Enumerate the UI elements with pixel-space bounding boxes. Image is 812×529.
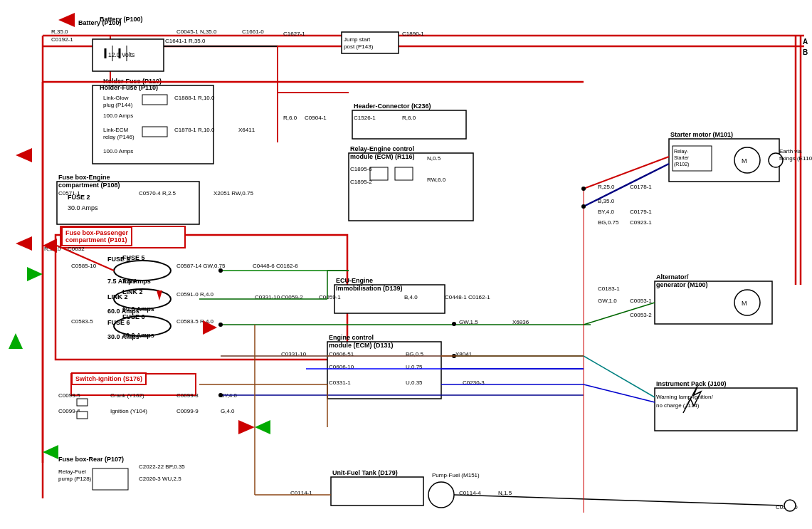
svg-text:Link-Glow: Link-Glow	[103, 95, 129, 101]
fuse-box-passenger-label: Fuse box-Passengercompartment (P101)	[61, 226, 132, 246]
svg-text:N,0.5: N,0.5	[427, 155, 441, 162]
svg-text:BY,4.0: BY,4.0	[598, 209, 615, 215]
svg-text:B: B	[803, 48, 808, 56]
svg-rect-29	[142, 95, 167, 105]
svg-text:Crank (Y162): Crank (Y162)	[110, 392, 144, 399]
svg-text:C1627-1: C1627-1	[283, 31, 305, 37]
svg-text:X6411: X6411	[238, 127, 255, 133]
svg-rect-152	[331, 477, 423, 506]
svg-text:Engine control: Engine control	[329, 334, 374, 341]
svg-text:G,4.0: G,4.0	[221, 408, 235, 414]
svg-text:B,4.0: B,4.0	[404, 294, 418, 300]
svg-text:Link-ECM: Link-ECM	[103, 127, 128, 133]
svg-text:Warning lamp-Ignition/: Warning lamp-Ignition/	[656, 394, 714, 400]
svg-text:C0448-1 C0162-1: C0448-1 C0162-1	[445, 294, 490, 300]
svg-text:compartment (P108): compartment (P108)	[58, 182, 120, 189]
svg-text:C1661-0: C1661-0	[242, 28, 264, 35]
svg-rect-135	[327, 342, 441, 399]
svg-text:C2022-22  BP,0.35: C2022-22 BP,0.35	[139, 463, 185, 470]
svg-text:C0591-0  R,4.0: C0591-0 R,4.0	[176, 291, 214, 298]
svg-text:Relay-Engine control: Relay-Engine control	[350, 145, 414, 152]
switch-ignition-label: Switch-Ignition (S176)	[71, 372, 147, 385]
svg-point-160	[784, 500, 796, 511]
svg-text:Ignition (Y104): Ignition (Y104)	[110, 408, 147, 414]
svg-text:N,1.5: N,1.5	[498, 490, 512, 496]
svg-text:C0331-1: C0331-1	[329, 379, 351, 386]
svg-text:Fuse box-Engine: Fuse box-Engine	[58, 174, 110, 181]
svg-text:post (P143): post (P143)	[344, 43, 374, 50]
svg-text:C2020-3  WU,2.5: C2020-3 WU,2.5	[139, 476, 181, 482]
svg-point-191	[581, 187, 586, 191]
svg-text:C1895-2: C1895-2	[350, 179, 372, 185]
svg-text:A: A	[803, 38, 808, 46]
svg-text:Header-Connector (K236): Header-Connector (K236)	[354, 103, 431, 110]
svg-text:module (ECM) (D131): module (ECM) (D131)	[329, 342, 394, 349]
svg-text:C0183-1: C0183-1	[598, 286, 620, 292]
svg-text:Earth via: Earth via	[779, 148, 802, 154]
svg-text:U,0.35: U,0.35	[406, 379, 423, 386]
svg-point-192	[581, 204, 586, 209]
svg-text:C1526-1: C1526-1	[354, 115, 376, 121]
svg-text:Relay-: Relay-	[674, 149, 689, 154]
svg-text:M: M	[742, 157, 747, 164]
svg-text:C1641-1  R,35.0: C1641-1 R,35.0	[165, 38, 206, 44]
svg-text:R,35.0: R,35.0	[51, 28, 68, 35]
svg-text:Starter: Starter	[674, 155, 690, 160]
link2-amps: 60.0 Amps	[107, 308, 139, 315]
svg-point-120	[734, 290, 760, 315]
svg-text:Starter motor (M101): Starter motor (M101)	[670, 131, 733, 138]
svg-point-196	[218, 323, 223, 327]
svg-text:R,25.0: R,25.0	[598, 184, 615, 190]
svg-text:100.0 Amps: 100.0 Amps	[103, 112, 133, 119]
wiring-diagram: 12.0 Volts R,35.0 C0192-1 C0045-1 N,35.0…	[0, 0, 812, 529]
svg-text:(R102): (R102)	[674, 162, 689, 167]
svg-text:C0904-1: C0904-1	[305, 115, 327, 121]
svg-text:C0583-5: C0583-5	[71, 318, 93, 325]
battery-label: Battery (P100)	[100, 16, 143, 23]
svg-text:BG,0.75: BG,0.75	[598, 219, 619, 226]
svg-text:C0448-6 C0162-6: C0448-6 C0162-6	[253, 263, 298, 269]
svg-text:generator (M100): generator (M100)	[656, 281, 708, 288]
fuse6-label: FUSE 6	[107, 319, 130, 326]
svg-rect-204	[77, 412, 88, 419]
svg-text:pump (P128): pump (P128)	[58, 476, 92, 482]
svg-point-197	[218, 393, 223, 397]
svg-text:C1890-1: C1890-1	[402, 31, 424, 37]
svg-text:C0045-1  N,35.0: C0045-1 N,35.0	[176, 28, 217, 35]
svg-text:module (ECM) (R116): module (ECM) (R116)	[350, 153, 415, 160]
svg-text:Unit-Fuel Tank (D179): Unit-Fuel Tank (D179)	[332, 469, 398, 476]
svg-text:100.0 Amps: 100.0 Amps	[103, 148, 133, 154]
svg-text:C1888-1  R,10.0: C1888-1 R,10.0	[174, 95, 215, 101]
svg-text:relay (P146): relay (P146)	[103, 134, 135, 140]
svg-text:fixings (E110): fixings (E110)	[779, 155, 812, 162]
svg-text:R,6.0: R,6.0	[402, 115, 416, 121]
svg-point-154	[428, 482, 454, 508]
svg-text:Fuse box-Rear (P107): Fuse box-Rear (P107)	[58, 456, 124, 463]
svg-text:C0178-1: C0178-1	[630, 184, 652, 190]
svg-text:C0192-1: C0192-1	[51, 36, 73, 43]
svg-text:C0099-9: C0099-9	[176, 408, 199, 414]
svg-point-195	[218, 268, 223, 273]
fuse6-amps: 30.0 Amps	[107, 333, 139, 340]
svg-text:C0923-1: C0923-1	[630, 219, 652, 226]
svg-text:Jump start: Jump start	[344, 36, 371, 43]
svg-point-194	[452, 322, 456, 326]
svg-text:Relay-Fuel: Relay-Fuel	[58, 468, 86, 475]
svg-text:C0053-1: C0053-1	[630, 298, 652, 304]
svg-text:R,6.0: R,6.0	[283, 115, 297, 121]
svg-text:C0099-5: C0099-5	[58, 392, 80, 399]
svg-rect-94	[395, 167, 413, 180]
svg-point-101	[734, 147, 760, 173]
svg-text:Alternator/: Alternator/	[656, 273, 689, 281]
svg-text:30.0 Amps: 30.0 Amps	[68, 204, 98, 211]
svg-text:Immobilisation (D139): Immobilisation (D139)	[336, 285, 403, 292]
svg-text:C0570-4  R,2.5: C0570-4 R,2.5	[139, 190, 176, 197]
svg-text:Instrument Pack (J100): Instrument Pack (J100)	[656, 380, 727, 387]
diagram-svg: 12.0 Volts R,35.0 C0192-1 C0045-1 N,35.0…	[0, 0, 812, 529]
svg-text:GW,1.0: GW,1.0	[598, 298, 617, 304]
fuse5-label: FUSE 5	[107, 256, 130, 263]
svg-text:X2051  RW,0.75: X2051 RW,0.75	[213, 190, 253, 197]
svg-text:C1895-6: C1895-6	[350, 166, 372, 172]
svg-text:plug (P144): plug (P144)	[103, 102, 133, 108]
svg-text:C1878-1  R,10.0: C1878-1 R,10.0	[174, 127, 215, 133]
